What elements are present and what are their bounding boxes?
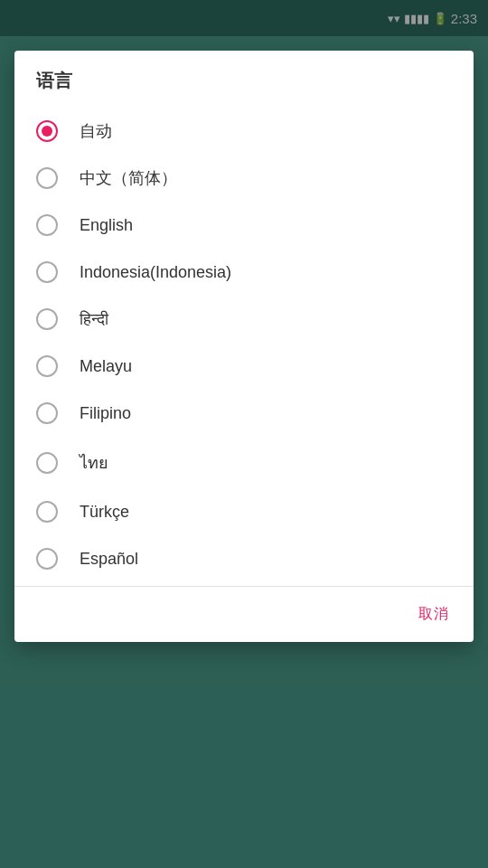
language-options-list: 自动 中文（简体） English Indonesia(Indonesia) ह…: [14, 104, 474, 586]
language-dialog: 语言 自动 中文（简体） English Indonesia(Indonesia…: [14, 51, 474, 642]
radio-zh-cn: [36, 167, 58, 189]
option-zh-cn[interactable]: 中文（简体）: [14, 155, 474, 202]
radio-hindi: [36, 308, 58, 330]
cancel-button[interactable]: 取消: [408, 598, 459, 631]
option-hindi[interactable]: हिन्दी: [14, 296, 474, 343]
option-auto-label: 自动: [80, 120, 112, 142]
option-thai[interactable]: ไทย: [14, 437, 474, 488]
radio-melayu: [36, 355, 58, 377]
option-spanish-label: Español: [80, 550, 138, 569]
option-melayu[interactable]: Melayu: [14, 343, 474, 390]
option-indonesia-label: Indonesia(Indonesia): [80, 263, 231, 282]
radio-spanish: [36, 548, 58, 570]
option-english-label: English: [80, 216, 133, 235]
option-turkish-label: Türkçe: [80, 503, 129, 522]
option-filipino-label: Filipino: [80, 404, 131, 423]
radio-thai: [36, 452, 58, 474]
radio-auto-inner: [42, 126, 52, 137]
option-spanish[interactable]: Español: [14, 535, 474, 582]
option-auto[interactable]: 自动: [14, 108, 474, 155]
option-turkish[interactable]: Türkçe: [14, 488, 474, 535]
radio-filipino: [36, 402, 58, 424]
option-english[interactable]: English: [14, 202, 474, 249]
option-hindi-label: हिन्दी: [80, 310, 108, 329]
radio-turkish: [36, 501, 58, 523]
option-zh-cn-label: 中文（简体）: [80, 167, 177, 189]
option-filipino[interactable]: Filipino: [14, 390, 474, 437]
radio-auto: [36, 120, 58, 142]
radio-indonesia: [36, 261, 58, 283]
option-thai-label: ไทย: [80, 449, 108, 476]
radio-english: [36, 214, 58, 236]
option-indonesia[interactable]: Indonesia(Indonesia): [14, 249, 474, 296]
option-melayu-label: Melayu: [80, 357, 132, 376]
dialog-actions: 取消: [14, 587, 474, 642]
dialog-title: 语言: [14, 51, 474, 104]
